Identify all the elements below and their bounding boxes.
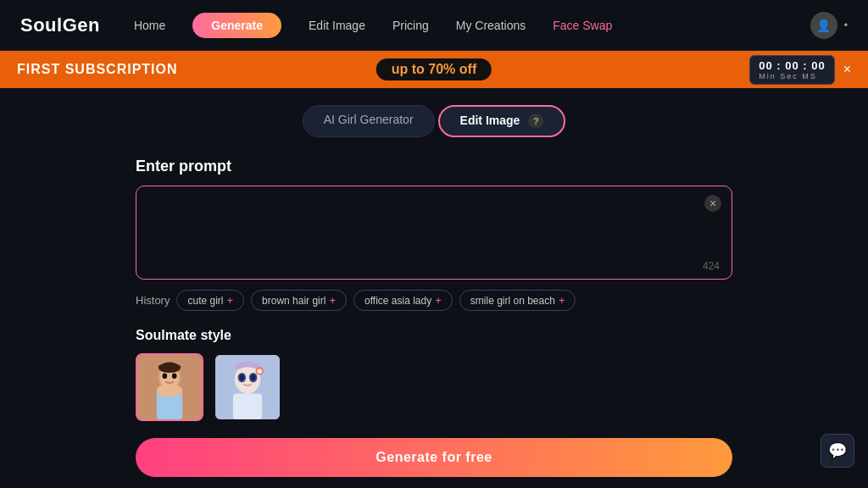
promo-offer-text: up to 70% off: [392, 62, 476, 76]
svg-point-3: [162, 373, 167, 379]
chat-icon: 💬: [828, 441, 847, 460]
style-realistic[interactable]: [136, 353, 203, 421]
tag-office-asia-label: office asia lady: [364, 295, 431, 307]
nav-link-pricing[interactable]: Pricing: [392, 19, 429, 32]
tag-smile-girl-label: smile girl on beach: [470, 295, 555, 307]
tab-edit-image[interactable]: Edit Image ?: [438, 105, 566, 137]
promo-close-button[interactable]: ×: [843, 62, 851, 77]
promo-banner: FIRST SUBSCRIPTION up to 70% off 00 : 00…: [0, 51, 868, 88]
prompt-char-count: 424: [703, 260, 720, 272]
tab-bar: AI Girl Generator Edit Image ?: [136, 105, 732, 137]
nav-link-my-creations[interactable]: My Creations: [456, 19, 526, 32]
style-anime-preview: [215, 355, 280, 419]
tab-edit-image-label: Edit Image: [460, 114, 520, 127]
svg-point-11: [240, 374, 245, 381]
prompt-wrapper: × 424: [136, 186, 732, 280]
generate-button[interactable]: Generate for free: [136, 438, 732, 477]
tag-smile-girl-plus: +: [559, 294, 565, 307]
style-anime[interactable]: [214, 353, 281, 421]
tag-cute-girl-label: cute girl: [187, 295, 223, 307]
soulmate-style-title: Soulmate style: [136, 328, 732, 343]
logo: SoulGen: [20, 14, 100, 36]
avatar-dots: •: [844, 19, 848, 31]
history-label: History: [136, 294, 170, 307]
soulmate-style-section: Soulmate style: [136, 328, 732, 421]
svg-rect-15: [233, 394, 262, 419]
avatar[interactable]: 👤: [810, 12, 837, 39]
nav-link-edit-image[interactable]: Edit Image: [309, 19, 365, 32]
main-content: AI Girl Generator Edit Image ? Enter pro…: [0, 88, 868, 488]
nav-link-home[interactable]: Home: [134, 19, 165, 32]
tag-smile-girl[interactable]: smile girl on beach +: [459, 290, 576, 311]
style-realistic-preview: [137, 355, 202, 419]
prompt-section-title: Enter prompt: [136, 158, 732, 175]
tag-brown-hair-label: brown hair girl: [262, 295, 326, 307]
tag-cute-girl[interactable]: cute girl +: [176, 290, 244, 311]
svg-point-12: [251, 374, 256, 381]
promo-offer[interactable]: up to 70% off: [376, 58, 492, 80]
tag-brown-hair[interactable]: brown hair girl +: [251, 290, 347, 311]
promo-timer: 00 : 00 : 00 Min Sec MS: [749, 55, 835, 85]
nav-link-face-swap[interactable]: Face Swap: [553, 19, 612, 32]
nav-link-generate[interactable]: Generate: [192, 13, 281, 38]
timer-display: 00 : 00 : 00: [759, 59, 826, 72]
prompt-clear-button[interactable]: ×: [704, 195, 721, 212]
prompt-section: Enter prompt × 424: [136, 158, 732, 280]
timer-labels: Min Sec MS: [759, 72, 826, 80]
nav-links: Home Generate Edit Image Pricing My Crea…: [134, 13, 810, 38]
tab-ai-girl[interactable]: AI Girl Generator: [303, 105, 435, 137]
help-icon[interactable]: ?: [528, 114, 543, 129]
tab-ai-girl-label: AI Girl Generator: [324, 113, 414, 126]
promo-title: FIRST SUBSCRIPTION: [17, 62, 178, 77]
history-tags: History cute girl + brown hair girl + of…: [136, 290, 732, 311]
style-images: [136, 353, 732, 421]
chat-widget[interactable]: 💬: [821, 434, 854, 468]
tag-office-asia[interactable]: office asia lady +: [353, 290, 453, 311]
navbar: SoulGen Home Generate Edit Image Pricing…: [0, 0, 868, 51]
svg-point-14: [257, 369, 262, 374]
svg-point-4: [172, 373, 177, 379]
nav-right: 👤 •: [810, 12, 848, 39]
prompt-input[interactable]: [150, 198, 718, 252]
svg-point-6: [157, 384, 182, 396]
tag-cute-girl-plus: +: [226, 294, 233, 307]
tag-brown-hair-plus: +: [329, 294, 336, 307]
tag-office-asia-plus: +: [435, 294, 442, 307]
